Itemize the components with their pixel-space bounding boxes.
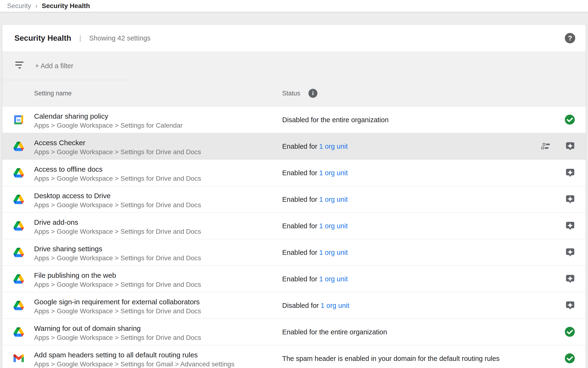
status-cell: Enabled for 1 org unit	[282, 275, 348, 283]
settings-table: 31 Calendar sharing policy Apps > Google…	[2, 106, 586, 368]
recommendation-badge-icon[interactable]	[565, 142, 575, 150]
status-cell: Disabled for 1 org unit	[282, 302, 349, 309]
svg-text:31: 31	[17, 118, 21, 122]
setting-path: Apps > Google Workspace > Settings for D…	[34, 175, 201, 182]
status-cell: The spam header is enabled in your domai…	[282, 355, 500, 362]
row-right-icons	[565, 221, 575, 230]
status-cell: Enabled for 1 org unit	[282, 142, 348, 150]
org-unit-link[interactable]: 1 org unit	[319, 195, 348, 203]
setting-path: Apps > Google Workspace > Settings for D…	[34, 334, 201, 341]
column-status: Status	[282, 90, 300, 97]
table-header: Setting name Status i	[2, 80, 586, 106]
setting-path: Apps > Google Workspace > Settings for D…	[34, 148, 201, 156]
status-cell: Enabled for the entire organization	[282, 328, 387, 336]
setting-name-cell: Calendar sharing policy Apps > Google Wo…	[34, 112, 183, 129]
setting-path: Apps > Google Workspace > Settings for D…	[34, 228, 201, 235]
help-icon[interactable]: ?	[565, 33, 575, 43]
filter-and-header-panel: + Add a filter Setting name Status i	[2, 52, 586, 106]
page-title: Security Health	[14, 34, 71, 43]
org-unit-link[interactable]: 1 org unit	[319, 275, 348, 283]
security-health-card: Security Health | Showing 42 settings ? …	[2, 24, 586, 368]
table-row[interactable]: Add spam headers setting to all default …	[2, 345, 586, 368]
setting-name-cell: Drive add-ons Apps > Google Workspace > …	[34, 218, 201, 235]
table-row[interactable]: Google sign-in requirement for external …	[2, 292, 586, 319]
calendar-icon: 31	[13, 115, 24, 125]
row-right-icons	[565, 195, 575, 203]
status-ok-check-icon	[565, 327, 575, 337]
setting-name[interactable]: File publishing on the web	[34, 271, 201, 279]
drive-icon	[13, 247, 24, 258]
setting-name[interactable]: Google sign-in requirement for external …	[34, 298, 201, 306]
drive-icon	[13, 300, 24, 311]
status-cell: Enabled for 1 org unit	[282, 222, 348, 230]
drive-icon	[13, 168, 24, 178]
status-ok-check-icon	[565, 353, 575, 364]
row-right-icons	[541, 142, 575, 150]
row-right-icons	[565, 301, 575, 310]
breadcrumb-current: Security Health	[42, 2, 90, 10]
breadcrumb: Security › Security Health	[0, 0, 588, 12]
table-row[interactable]: Drive sharing settings Apps > Google Wor…	[2, 239, 586, 266]
recommendation-badge-icon[interactable]	[565, 248, 575, 257]
setting-name-cell: Desktop access to Drive Apps > Google Wo…	[34, 192, 201, 209]
title-separator: |	[79, 34, 81, 42]
drive-icon	[13, 274, 24, 284]
row-right-icons	[565, 274, 575, 283]
recommendation-badge-icon[interactable]	[565, 301, 575, 310]
recommendation-badge-icon[interactable]	[565, 168, 575, 177]
setting-name[interactable]: Drive sharing settings	[34, 245, 201, 253]
setting-name-cell: Add spam headers setting to all default …	[34, 351, 234, 368]
setting-path: Apps > Google Workspace > Settings for C…	[34, 122, 183, 129]
setting-path: Apps > Google Workspace > Settings for G…	[34, 360, 234, 368]
setting-path: Apps > Google Workspace > Settings for D…	[34, 281, 201, 288]
drive-icon	[13, 221, 24, 231]
drive-icon	[13, 141, 24, 152]
setting-name-cell: Access to offline docs Apps > Google Wor…	[34, 165, 201, 182]
table-row[interactable]: Desktop access to Drive Apps > Google Wo…	[2, 186, 586, 212]
setting-name-cell: File publishing on the web Apps > Google…	[34, 271, 201, 288]
table-row[interactable]: 31 Calendar sharing policy Apps > Google…	[2, 106, 586, 133]
card-header: Security Health | Showing 42 settings ?	[2, 25, 586, 52]
setting-name-cell: Google sign-in requirement for external …	[34, 298, 201, 315]
org-unit-link[interactable]: 1 org unit	[319, 169, 348, 176]
gmail-icon	[13, 353, 24, 364]
setting-name[interactable]: Calendar sharing policy	[34, 112, 183, 120]
recommendation-badge-icon[interactable]	[565, 274, 575, 283]
setting-name[interactable]: Drive add-ons	[34, 218, 201, 226]
setting-name[interactable]: Access to offline docs	[34, 165, 201, 173]
settings-count: Showing 42 settings	[89, 34, 151, 42]
status-cell: Enabled for 1 org unit	[282, 169, 348, 177]
column-setting-name: Setting name	[34, 90, 72, 97]
org-unit-link[interactable]: 1 org unit	[319, 222, 348, 230]
setting-path: Apps > Google Workspace > Settings for D…	[34, 201, 201, 209]
setting-name[interactable]: Access Checker	[34, 139, 201, 147]
filter-icon[interactable]	[15, 62, 25, 70]
setting-name-cell: Access Checker Apps > Google Workspace >…	[34, 139, 201, 156]
setting-name-cell: Drive sharing settings Apps > Google Wor…	[34, 245, 201, 262]
org-units-icon	[541, 143, 550, 149]
row-right-icons	[565, 114, 575, 125]
org-unit-link[interactable]: 1 org unit	[319, 142, 348, 150]
info-icon[interactable]: i	[308, 89, 317, 98]
table-row[interactable]: Drive add-ons Apps > Google Workspace > …	[2, 212, 586, 239]
add-filter-button[interactable]: + Add a filter	[35, 62, 73, 70]
row-right-icons	[565, 353, 575, 364]
drive-icon	[13, 327, 24, 337]
org-unit-link[interactable]: 1 org unit	[321, 302, 349, 309]
recommendation-badge-icon[interactable]	[565, 195, 575, 203]
table-row[interactable]: Warning for out of domain sharing Apps >…	[2, 319, 586, 345]
setting-name[interactable]: Add spam headers setting to all default …	[34, 351, 234, 359]
setting-name[interactable]: Warning for out of domain sharing	[34, 324, 201, 332]
status-cell: Enabled for 1 org unit	[282, 248, 348, 256]
breadcrumb-parent[interactable]: Security	[7, 2, 31, 10]
status-cell: Disabled for the entire organization	[282, 116, 389, 124]
setting-name[interactable]: Desktop access to Drive	[34, 192, 201, 200]
status-cell: Enabled for 1 org unit	[282, 195, 348, 203]
org-unit-link[interactable]: 1 org unit	[319, 248, 348, 256]
recommendation-badge-icon[interactable]	[565, 221, 575, 230]
setting-name-cell: Warning for out of domain sharing Apps >…	[34, 324, 201, 341]
table-row[interactable]: Access to offline docs Apps > Google Wor…	[2, 159, 586, 186]
table-row[interactable]: File publishing on the web Apps > Google…	[2, 266, 586, 292]
table-row[interactable]: Access Checker Apps > Google Workspace >…	[2, 133, 586, 159]
filter-bar: + Add a filter	[2, 52, 586, 80]
